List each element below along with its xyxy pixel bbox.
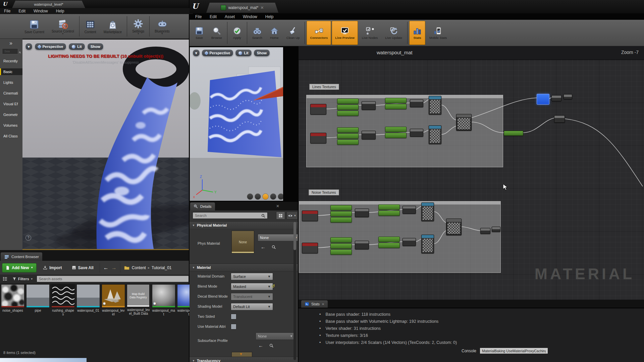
asset-tile[interactable]: ✱waterspout_level: [102, 284, 125, 350]
clean-up-button[interactable]: Clean Up: [283, 21, 303, 45]
add-new-button[interactable]: Add New ▼: [2, 263, 37, 273]
material-node-dark[interactable]: [355, 208, 369, 217]
material-node-green[interactable]: [330, 217, 352, 223]
subsurface-dropdown[interactable]: None▼: [256, 333, 295, 340]
viewport-options-dropdown[interactable]: ▾: [25, 43, 33, 50]
material-node-tex[interactable]: [421, 202, 434, 221]
expand-panel-icon[interactable]: »: [0, 39, 22, 47]
placement-category-recently[interactable]: Recently: [0, 58, 22, 64]
filter-funnel-icon[interactable]: [12, 277, 17, 281]
material-preview-viewport[interactable]: Z x Y ▾PerspectiveLitShow: [190, 47, 283, 201]
material-node-dark[interactable]: [564, 94, 572, 99]
material-node-green[interactable]: [330, 237, 352, 243]
material-node-blue[interactable]: [537, 94, 549, 105]
level-viewport[interactable]: ▾PerspectiveLitShow LIGHTING NEEDS TO BE…: [22, 39, 189, 250]
details-search-input[interactable]: [193, 212, 268, 219]
import-button[interactable]: Import: [40, 263, 64, 272]
use-selected-asset-icon[interactable]: ←: [261, 245, 266, 249]
preview-tool-button-1[interactable]: [247, 193, 253, 200]
material-node-green[interactable]: [504, 131, 523, 136]
shading-model-dropdown[interactable]: Default Lit▼: [231, 303, 273, 310]
material-node-dark[interactable]: [402, 238, 416, 246]
material-menu-file[interactable]: File: [195, 14, 202, 19]
material-tab[interactable]: waterspout_mat* ✕: [206, 3, 278, 13]
use-selected-asset-icon[interactable]: ←: [258, 343, 263, 348]
material-node-dark[interactable]: [410, 129, 423, 137]
viewport-lit-button[interactable]: Lit: [235, 49, 252, 57]
viewport-lit-button[interactable]: Lit: [68, 43, 85, 50]
close-icon[interactable]: ✕: [276, 204, 279, 208]
material-node-red[interactable]: [310, 104, 326, 115]
material-node-dark[interactable]: [362, 101, 376, 110]
material-node-green[interactable]: [330, 211, 352, 217]
material-node-dark[interactable]: [402, 206, 416, 214]
level-menu-file[interactable]: File: [4, 9, 10, 13]
breadcrumb-root[interactable]: Content: [132, 265, 146, 270]
scroll-more-icon[interactable]: ▼: [239, 352, 243, 356]
use-material-attri-checkbox[interactable]: [231, 324, 236, 329]
level-menu-edit[interactable]: Edit: [18, 9, 25, 13]
material-menu-help[interactable]: Help: [265, 14, 274, 19]
placement-category-volumes[interactable]: Volumes: [0, 122, 22, 129]
material-node-green[interactable]: [337, 111, 359, 116]
material-node-dark[interactable]: [554, 115, 565, 123]
material-node-green[interactable]: [378, 237, 400, 242]
material-node-dark[interactable]: [410, 99, 423, 107]
close-icon[interactable]: ✕: [260, 5, 264, 10]
live-nodes-button[interactable]: Live Nodes: [359, 21, 381, 45]
preview-tool-button-2[interactable]: [255, 193, 261, 200]
material-node-green[interactable]: [337, 139, 359, 145]
modes-search-input[interactable]: [2, 48, 18, 54]
viewport-perspective-button[interactable]: Perspective: [202, 49, 234, 57]
breadcrumb-current[interactable]: Tutorial_01: [152, 265, 172, 270]
material-menu-edit[interactable]: Edit: [210, 14, 217, 19]
two-sided-checkbox[interactable]: [231, 314, 236, 319]
material-node-green[interactable]: [337, 105, 359, 110]
list-view-icon[interactable]: [2, 276, 8, 282]
stats-tab[interactable]: Stats ✕: [301, 300, 328, 308]
material-node-green[interactable]: [337, 133, 359, 139]
preview-tool-button-4[interactable]: [270, 193, 276, 200]
level-menu-window[interactable]: Window: [34, 9, 48, 13]
material-menu-window[interactable]: Window: [243, 14, 257, 19]
search-icon[interactable]: [19, 49, 21, 54]
viewport-show-button[interactable]: Show: [254, 49, 270, 57]
section-material[interactable]: ▼ Material: [190, 263, 298, 272]
close-icon[interactable]: ✕: [322, 302, 324, 306]
material-domain-dropdown[interactable]: Surface▼: [231, 273, 273, 280]
grid-view-icon[interactable]: [276, 212, 285, 220]
content-browser-tab[interactable]: Content Browser: [1, 252, 42, 261]
material-node-tex[interactable]: [429, 125, 441, 144]
home-button[interactable]: Home: [266, 21, 282, 45]
search-button[interactable]: Search: [249, 21, 266, 45]
details-scrollbar[interactable]: [293, 222, 296, 360]
asset-tile[interactable]: waterspout_01: [76, 284, 100, 350]
material-node-green[interactable]: [378, 243, 400, 248]
material-node-green[interactable]: [385, 127, 407, 132]
material-graph-panel[interactable]: waterspout_mat Zoom -7 Lines Textures No…: [299, 46, 644, 300]
material-node-green[interactable]: [330, 205, 352, 210]
placement-category-geometr[interactable]: Geometr: [0, 111, 22, 118]
decal-blend-mode-dropdown[interactable]: Translucent▼: [231, 293, 273, 300]
live-update-button[interactable]: Live Update: [382, 21, 406, 45]
level-menu-help[interactable]: Help: [56, 9, 64, 13]
material-node-dark[interactable]: [492, 227, 500, 232]
material-node-texdark[interactable]: [446, 219, 462, 235]
material-node-green[interactable]: [330, 249, 352, 255]
material-node-green[interactable]: [337, 127, 359, 133]
phys-material-dropdown[interactable]: None▼: [258, 234, 298, 241]
asset-tile[interactable]: pipe: [26, 284, 50, 350]
placement-category-all-class[interactable]: All Class: [0, 133, 22, 139]
console-input[interactable]: [480, 348, 548, 354]
save-all-button[interactable]: Save All: [69, 263, 96, 272]
level-tab[interactable]: waterspout_level*: [12, 1, 85, 8]
asset-tile[interactable]: Map Build Data Registrywaterspout_level_…: [127, 284, 150, 350]
asset-tile[interactable]: rushing_shapes: [51, 284, 75, 350]
phys-material-thumbnail[interactable]: None: [231, 231, 254, 253]
section-translucency[interactable]: ▼ Translucency: [190, 357, 298, 362]
section-physical-material[interactable]: ▼ Physical Material: [190, 221, 298, 229]
content-button[interactable]: Content: [81, 15, 100, 38]
material-node-dark[interactable]: [355, 241, 369, 249]
connectors-button[interactable]: Connectors: [307, 21, 331, 45]
save-button[interactable]: Save: [191, 21, 207, 45]
